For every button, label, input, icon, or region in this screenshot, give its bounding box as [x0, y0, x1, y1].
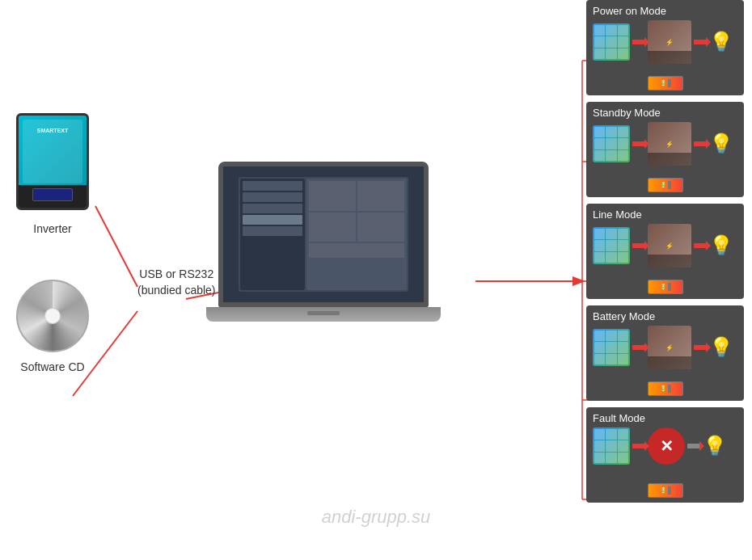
- battery-row: 🔋: [593, 76, 737, 91]
- arrow-icon: [632, 141, 645, 146]
- screen-card: [309, 181, 356, 211]
- battery-row: 🔋: [593, 381, 737, 396]
- arrow-icon: [632, 444, 645, 448]
- screen-sidebar-item: [243, 181, 302, 191]
- laptop-base: [206, 307, 441, 322]
- mode-title-power-on: Power on Mode: [593, 5, 737, 17]
- svg-line-0: [95, 206, 137, 287]
- screen-sidebar-item: [243, 226, 302, 236]
- arrow-icon: [632, 345, 645, 350]
- usb-label-area: USB or RS232 (bundied cable): [137, 267, 216, 298]
- inverter-mini-icon: ⚡: [648, 224, 691, 267]
- usb-line2: (bundied cable): [137, 283, 216, 299]
- solar-panel-icon: [593, 23, 630, 61]
- inverter-illustration: SMARTEXT: [8, 113, 97, 218]
- mode-title-fault: Fault Mode: [593, 412, 737, 424]
- mode-title-line: Line Mode: [593, 208, 737, 221]
- mode-icons-standby: ⚡ 💡: [593, 122, 737, 166]
- battery-icon: 🔋: [648, 483, 683, 498]
- bulb-icon: 💡: [709, 31, 733, 53]
- battery-icon: 🔋: [648, 178, 683, 192]
- watermark: andi-grupp.su: [322, 507, 431, 528]
- solar-panel-icon: [593, 329, 630, 366]
- cd-label: Software CD: [20, 360, 84, 373]
- mode-icons-line: ⚡ 💡: [593, 224, 737, 267]
- battery-icon: 🔋: [648, 381, 683, 396]
- screen-card: [357, 181, 404, 211]
- screen-card: [309, 243, 405, 258]
- screen-sidebar-item: [243, 192, 302, 202]
- inverter-mini-icon: ⚡: [648, 326, 691, 369]
- screen-sidebar-item: [243, 204, 302, 213]
- screen-sidebar: [240, 179, 305, 291]
- inverter-device: SMARTEXT Inverter: [8, 113, 97, 235]
- fault-x-icon: ✕: [648, 427, 685, 465]
- battery-icon: 🔋: [648, 76, 683, 91]
- cd-illustration: [12, 276, 93, 356]
- mode-icons-power-on: ⚡ 💡: [593, 20, 737, 64]
- arrow-icon: [632, 243, 645, 248]
- mode-title-battery: Battery Mode: [593, 310, 737, 322]
- arrow-icon: [687, 444, 700, 448]
- bulb-icon: 💡: [703, 435, 727, 457]
- usb-line1: USB or RS232: [137, 267, 216, 283]
- screen-card: [357, 213, 404, 242]
- mode-box-fault: Fault Mode ✕ 💡 🔋: [586, 407, 744, 503]
- arrow-icon: [694, 40, 707, 44]
- laptop-screen-content: [223, 166, 424, 302]
- screen-sidebar-item: [243, 215, 302, 225]
- mode-icons-battery: ⚡ 💡: [593, 326, 737, 369]
- inverter-mini-icon: ⚡: [648, 20, 691, 64]
- solar-panel-icon: [593, 427, 630, 465]
- mode-box-standby: Standby Mode ⚡ 💡 🔋: [586, 102, 744, 197]
- inverter-label: Inverter: [33, 222, 71, 235]
- main-diagram: SMARTEXT Inverter Software CD USB or RS2…: [0, 0, 752, 560]
- battery-row: 🔋: [593, 178, 737, 192]
- modes-column: Power on Mode ⚡ 💡 🔋 Standby Mode: [586, 0, 744, 503]
- arrow-icon: [694, 141, 707, 146]
- cd-device: Software CD: [12, 276, 93, 373]
- bulb-icon: 💡: [709, 336, 733, 359]
- arrow-icon: [632, 40, 645, 44]
- battery-row: 🔋: [593, 280, 737, 294]
- mode-box-battery: Battery Mode ⚡ 💡 🔋: [586, 305, 744, 401]
- laptop-screen: [218, 162, 429, 307]
- solar-panel-icon: [593, 227, 630, 264]
- arrow-icon: [694, 243, 707, 248]
- left-column: SMARTEXT Inverter Software CD: [8, 113, 97, 373]
- inverter-mini-icon: ⚡: [648, 122, 691, 166]
- inverter-brand-label: SMARTEXT: [37, 128, 69, 133]
- battery-icon: 🔋: [648, 280, 683, 294]
- mode-title-standby: Standby Mode: [593, 107, 737, 119]
- mode-icons-fault: ✕ 💡: [593, 427, 737, 465]
- bulb-icon: 💡: [709, 234, 733, 257]
- screen-card: [309, 213, 356, 242]
- screen-ui: [239, 177, 409, 293]
- bulb-icon: 💡: [709, 133, 733, 155]
- laptop: [218, 162, 441, 322]
- solar-panel-icon: [593, 125, 630, 162]
- battery-row: 🔋: [593, 483, 737, 498]
- mode-box-power-on: Power on Mode ⚡ 💡 🔋: [586, 0, 744, 95]
- screen-main: [306, 179, 408, 291]
- mode-box-line: Line Mode ⚡ 💡 🔋: [586, 204, 744, 299]
- arrow-icon: [694, 345, 707, 350]
